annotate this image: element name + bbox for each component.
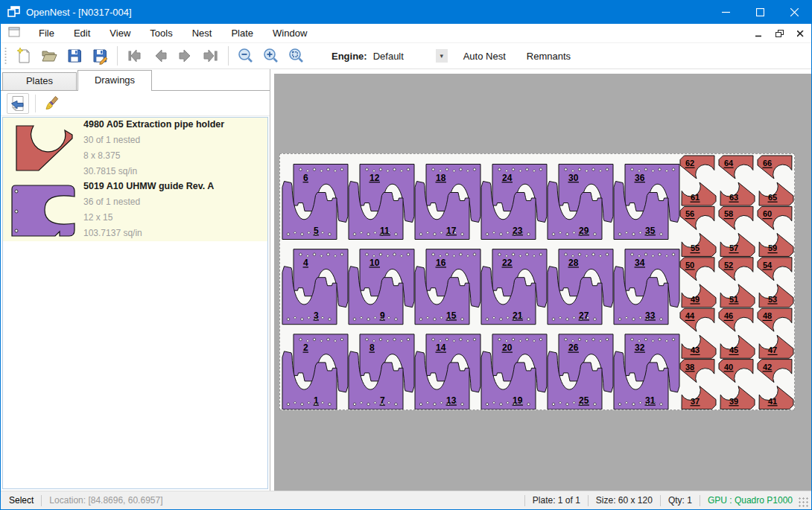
mdi-close-button[interactable] [795,28,805,39]
part-number-label: 26 [568,342,579,353]
close-button[interactable] [777,1,811,24]
menu-file[interactable]: File [29,25,64,42]
zoom-in-button[interactable] [258,45,284,67]
menu-bar: File Edit View Tools Nest Plate Window [1,24,811,43]
drawing-nested: 30 of 1 nested [83,133,267,148]
app-window: OpenNest - [N0317-004] File Edit View To… [0,0,812,510]
nested-part-pair[interactable]: 65 [282,165,348,240]
part-number-label: 17 [446,226,457,236]
part-number-label: 42 [763,363,772,372]
status-qty: Qty: 1 [668,495,692,506]
menu-nest[interactable]: Nest [183,25,222,42]
tab-drawings[interactable]: Drawings [77,70,152,91]
save-as-button[interactable] [87,45,112,67]
chevron-down-icon[interactable]: ▾ [436,49,448,63]
part-number-label: 62 [685,159,694,168]
nested-part-pair[interactable]: 6665 [758,156,793,205]
nested-part-pair[interactable]: 5049 [680,258,716,307]
status-gpu: GPU : Quadro P1000 [708,495,793,506]
nested-part-pair[interactable]: 2221 [481,249,547,325]
part-number-label: 19 [513,395,523,406]
maximize-button[interactable] [743,1,777,24]
nested-part-pair[interactable]: 21 [282,334,348,409]
part-number-label: 41 [768,397,777,406]
import-drawing-button[interactable] [7,93,29,114]
window-title: OpenNest - [N0317-004] [26,7,132,18]
nested-part-pair[interactable]: 6059 [758,206,793,256]
part-number-label: 34 [635,258,645,268]
drawing-thumbnail [3,125,83,173]
plate[interactable]: 6512111817242330293635431091615222128273… [279,153,795,410]
left-panel: Plates Drawings 4980 A05 Extr [1,69,270,491]
drawing-item[interactable]: 4980 A05 Extraction pipe holder 30 of 1 … [3,118,267,179]
nested-part-pair[interactable]: 4241 [758,360,793,409]
resize-grip[interactable] [799,497,809,508]
status-separator [524,495,525,506]
minimize-button[interactable] [708,1,743,24]
auto-nest-button[interactable]: Auto Nest [458,48,511,65]
mdi-minimize-button[interactable] [753,28,764,39]
engine-label: Engine: [332,51,367,62]
part-number-label: 11 [380,226,390,236]
part-number-label: 22 [502,258,513,268]
nested-part-pair[interactable]: 1211 [349,165,414,240]
save-button[interactable] [62,45,87,67]
next-plate-button[interactable] [173,45,198,67]
part-number-label: 46 [724,311,733,320]
menu-window[interactable]: Window [263,25,317,42]
previous-plate-button[interactable] [148,45,173,67]
remnants-button[interactable]: Remnants [521,48,576,65]
toolbar-separator [117,46,118,66]
part-number-label: 56 [685,209,694,218]
engine-combobox[interactable]: Default ▾ [373,48,448,64]
menu-plate[interactable]: Plate [221,25,263,42]
part-number-label: 48 [763,311,772,320]
nested-part-pair[interactable]: 3029 [548,165,613,240]
nested-part-pair[interactable]: 3837 [680,360,716,409]
tab-plates[interactable]: Plates [2,72,77,90]
zoom-out-button[interactable] [233,45,258,67]
status-separator [660,495,661,506]
open-file-button[interactable] [37,45,62,67]
nested-part-pair[interactable]: 4039 [719,360,755,409]
nested-part-pair[interactable]: 4847 [758,308,793,358]
nested-part-pair[interactable]: 4645 [719,308,755,358]
nested-part-pair[interactable]: 3231 [614,334,679,409]
nested-part-pair[interactable]: 5251 [719,258,755,307]
part-number-label: 4 [303,258,308,268]
zoom-fit-button[interactable] [284,45,309,67]
nested-part-pair[interactable]: 6261 [680,156,716,205]
part-number-label: 32 [635,342,645,353]
nested-part-pair[interactable]: 2625 [548,334,613,409]
menu-view[interactable]: View [100,25,140,42]
new-document-button[interactable] [11,45,37,67]
nested-part-pair[interactable]: 3635 [614,165,679,240]
nested-part-pair[interactable]: 5857 [719,206,755,256]
part-number-label: 57 [729,243,738,252]
part-number-label: 23 [513,226,523,236]
menu-edit[interactable]: Edit [64,25,100,42]
first-plate-button[interactable] [122,45,148,67]
nested-part-pair[interactable]: 2827 [548,249,613,325]
nest-canvas[interactable]: 6512111817242330293635431091615222128273… [270,69,811,491]
nested-part-pair[interactable]: 1413 [415,334,480,409]
drawing-item[interactable]: 5019 A10 UHMW guide Rev. A 36 of 1 neste… [3,179,267,241]
nested-part-pair[interactable]: 5453 [758,258,793,307]
nested-part-pair[interactable]: 43 [282,249,348,325]
nested-part-pair[interactable]: 6463 [719,156,755,205]
mdi-document-icon[interactable] [8,27,20,39]
part-number-label: 9 [380,310,385,321]
nested-part-pair[interactable]: 5655 [680,206,716,256]
clean-button[interactable] [42,93,64,114]
nested-part-pair[interactable]: 87 [349,334,414,409]
last-plate-button[interactable] [198,45,223,67]
nested-part-pair[interactable]: 109 [349,249,414,325]
nested-part-pair[interactable]: 1817 [415,165,480,240]
nested-part-pair[interactable]: 2423 [481,165,547,240]
nested-part-pair[interactable]: 2019 [481,334,547,409]
nested-part-pair[interactable]: 1615 [415,249,480,325]
mdi-restore-button[interactable] [774,28,784,39]
nested-part-pair[interactable]: 4443 [680,308,716,358]
nested-part-pair[interactable]: 3433 [614,249,679,325]
menu-tools[interactable]: Tools [140,25,182,42]
